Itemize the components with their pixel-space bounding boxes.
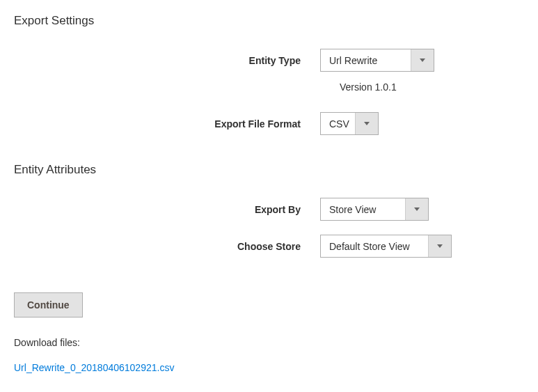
- download-files-label: Download files:: [14, 337, 524, 348]
- download-file-link[interactable]: Url_Rewrite_0_20180406102921.csv: [14, 362, 524, 373]
- export-file-format-select[interactable]: CSV: [320, 112, 379, 135]
- version-row: Version 1.0.1: [14, 81, 524, 93]
- choose-store-value: Default Store View: [321, 235, 429, 257]
- choose-store-label: Choose Store: [14, 241, 320, 252]
- export-file-format-row: Export File Format CSV: [14, 112, 524, 135]
- entity-type-row: Entity Type Url Rewrite: [14, 49, 524, 72]
- export-by-row: Export By Store View: [14, 198, 524, 221]
- export-by-select[interactable]: Store View: [320, 198, 429, 221]
- choose-store-select[interactable]: Default Store View: [320, 235, 452, 258]
- entity-type-label: Entity Type: [14, 55, 320, 66]
- export-settings-title: Export Settings: [14, 14, 524, 28]
- export-file-format-value: CSV: [321, 113, 356, 134]
- entity-attributes-title: Entity Attributes: [14, 163, 524, 177]
- export-file-format-label: Export File Format: [14, 118, 320, 130]
- chevron-down-icon[interactable]: [356, 113, 378, 134]
- chevron-down-icon[interactable]: [406, 198, 428, 220]
- choose-store-row: Choose Store Default Store View: [14, 235, 524, 258]
- entity-type-select[interactable]: Url Rewrite: [320, 49, 434, 72]
- chevron-down-icon[interactable]: [411, 49, 434, 71]
- export-by-label: Export By: [14, 204, 320, 215]
- continue-button[interactable]: Continue: [14, 292, 83, 317]
- version-text: Version 1.0.1: [340, 81, 397, 93]
- export-by-value: Store View: [321, 198, 406, 220]
- entity-type-value: Url Rewrite: [321, 49, 411, 71]
- chevron-down-icon[interactable]: [429, 235, 451, 257]
